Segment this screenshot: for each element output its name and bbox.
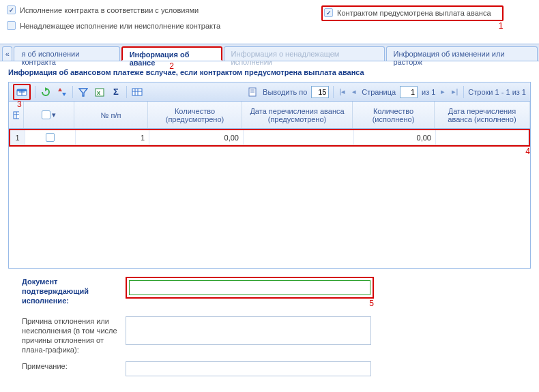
- svg-text:x: x: [97, 89, 100, 96]
- checkbox-advance[interactable]: Контрактом предусмотрена выплата аванса: [324, 8, 491, 17]
- checkbox-icon[interactable]: [7, 5, 16, 14]
- output-by-label: Выводить по: [263, 88, 307, 96]
- checkbox-label: Контрактом предусмотрена выплата аванса: [337, 9, 491, 17]
- tabs-bar: « я об исполнении контракта Информация о…: [0, 44, 539, 61]
- tab-improper-info[interactable]: Информация о ненадлежащем исполнении: [224, 46, 385, 61]
- toolbar-separator: [35, 86, 35, 98]
- tab-advance-info[interactable]: Информация об авансе 2: [121, 46, 222, 61]
- header-np[interactable]: № п/п: [74, 102, 148, 128]
- label-reason: Причина отклонения или неисполнения (в т…: [22, 316, 117, 355]
- highlight-advance-checkbox: Контрактом предусмотрена выплата аванса …: [321, 5, 503, 21]
- checkbox-icon[interactable]: [7, 21, 16, 30]
- row-index: 1: [10, 130, 25, 145]
- toolbar-add-icon[interactable]: [16, 86, 28, 98]
- highlight-grid-row: 1 1 0,00 0,00 4: [9, 129, 530, 147]
- svg-rect-10: [132, 89, 142, 95]
- svg-marker-7: [79, 89, 87, 96]
- annotation-1: 1: [499, 21, 504, 31]
- header-qty-done[interactable]: Количество (исполнено): [353, 102, 435, 128]
- columns-icon[interactable]: [131, 86, 143, 98]
- refresh-icon[interactable]: [40, 86, 52, 98]
- checkbox-icon[interactable]: [324, 8, 333, 17]
- label-note: Примечание:: [22, 361, 117, 371]
- grid-toolbar: 3 x Σ Выводить по |◂ ◂ Ст: [9, 82, 530, 102]
- svg-marker-5: [58, 88, 62, 91]
- cell-date-planned: [244, 130, 354, 145]
- header-date-planned[interactable]: Дата перечисления аванса (предусмотрено): [242, 102, 353, 128]
- cell-qty-done: 0,00: [354, 130, 436, 145]
- toolbar-right: Выводить по |◂ ◂ Страница из 1 ▸ ▸| Стро…: [246, 86, 526, 98]
- checkbox-improper[interactable]: Ненадлежащее исполнение или неисполнение…: [7, 21, 532, 30]
- header-checkbox[interactable]: ▾: [24, 102, 74, 128]
- annotation-2: 2: [169, 61, 174, 71]
- form-row-note: Примечание:: [22, 361, 524, 376]
- first-page-icon[interactable]: |◂: [338, 87, 347, 96]
- label-document: Документ подтверждающий исполнение:: [22, 277, 117, 305]
- rows-summary: Строки 1 - 1 из 1: [468, 88, 526, 96]
- annotation-3: 3: [17, 100, 22, 109]
- cell-np: 1: [76, 130, 149, 145]
- grid-header: ▾ № п/п Количество (предусмотрено) Дата …: [9, 102, 530, 129]
- form-row-reason: Причина отклонения или неисполнения (в т…: [22, 316, 524, 355]
- excel-icon[interactable]: x: [93, 86, 106, 98]
- header-date-done[interactable]: Дата перечисления аванса (исполнено): [435, 102, 530, 128]
- annotation-5: 5: [369, 299, 374, 308]
- page-size-input[interactable]: [311, 86, 329, 98]
- svg-marker-4: [45, 87, 48, 91]
- toolbar-separator: [333, 86, 334, 98]
- checkbox-label: Ненадлежащее исполнение или неисполнение…: [20, 22, 220, 30]
- page-setup-icon[interactable]: [246, 86, 259, 98]
- highlight-document-input: 5: [126, 277, 374, 299]
- filter-icon[interactable]: [77, 86, 89, 98]
- row-checkbox[interactable]: [25, 130, 76, 145]
- tab-execution-info[interactable]: я об исполнении контракта: [14, 46, 119, 61]
- table-row[interactable]: 1 1 0,00 0,00: [10, 130, 529, 145]
- form-section: Документ подтверждающий исполнение: 5 Пр…: [0, 274, 539, 389]
- highlight-toolbar-button: 3: [13, 84, 31, 100]
- document-input[interactable]: [129, 280, 370, 295]
- toolbar-separator: [463, 86, 464, 98]
- svg-marker-6: [62, 93, 66, 96]
- cell-date-done: [436, 130, 529, 145]
- cell-qty-planned: 0,00: [149, 130, 244, 145]
- prev-page-icon[interactable]: ◂: [351, 87, 358, 96]
- header-qty-planned[interactable]: Количество (предусмотрено): [148, 102, 242, 128]
- tab-scroll-left[interactable]: «: [2, 46, 12, 61]
- reason-input[interactable]: [126, 316, 371, 345]
- annotation-4: 4: [525, 147, 530, 156]
- last-page-icon[interactable]: ▸|: [450, 87, 459, 96]
- note-input[interactable]: [126, 361, 371, 376]
- toolbar-separator: [126, 86, 127, 98]
- page-label: Страница: [362, 88, 396, 96]
- checkbox-section: Исполнение контракта в соответствии с ус…: [0, 0, 539, 44]
- checkbox-label: Исполнение контракта в соответствии с ус…: [20, 6, 199, 14]
- form-row-document: Документ подтверждающий исполнение: 5: [22, 277, 524, 305]
- tab-change-info[interactable]: Информация об изменении или расторж: [386, 46, 538, 61]
- sort-icon[interactable]: [56, 86, 68, 98]
- grid-panel: 3 x Σ Выводить по |◂ ◂ Ст: [8, 82, 531, 269]
- page-of-label: из 1: [422, 88, 435, 96]
- toolbar-separator: [72, 86, 73, 98]
- next-page-icon[interactable]: ▸: [439, 87, 446, 96]
- checkbox-compliance[interactable]: Исполнение контракта в соответствии с ус…: [7, 5, 199, 14]
- sum-icon[interactable]: Σ: [110, 86, 122, 98]
- page-number-input[interactable]: [400, 86, 418, 98]
